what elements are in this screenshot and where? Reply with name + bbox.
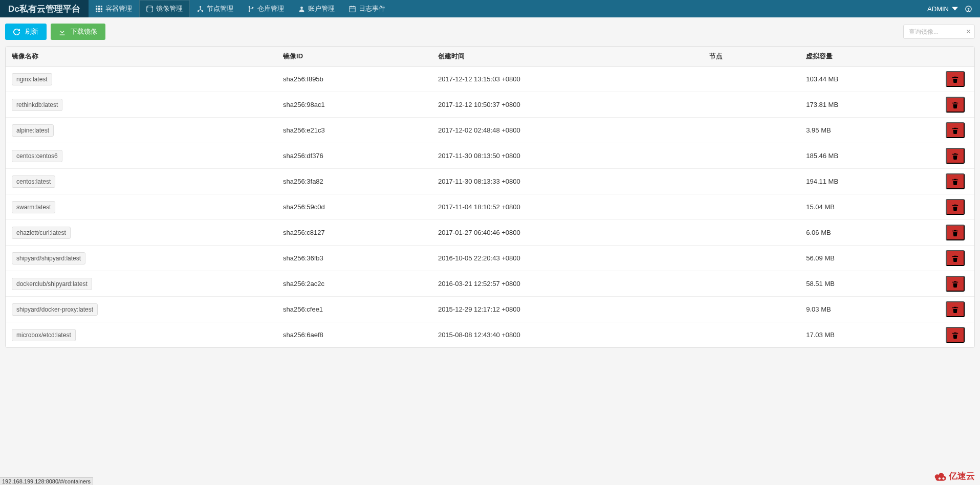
nav-item-branch[interactable]: 仓库管理 [241,0,291,17]
nav-list: 容器管理镜像管理节点管理仓库管理账户管理日志事件 [89,0,919,17]
nav-item-user[interactable]: 账户管理 [291,0,342,17]
image-tag[interactable]: centos:latest [12,175,55,188]
image-node [703,118,800,143]
image-tag[interactable]: microbox/etcd:latest [12,329,76,341]
col-header-size[interactable]: 虚拟容量 [800,47,935,67]
table-row: centos:centos6sha256:df3762017-11-30 08:… [6,143,974,169]
svg-rect-1 [98,6,100,7]
delete-button[interactable] [946,250,965,266]
trash-icon [952,126,959,134]
svg-rect-7 [98,10,100,12]
image-tag[interactable]: centos:centos6 [12,150,62,162]
image-created: 2017-11-30 08:13:50 +0800 [432,143,703,169]
trash-icon [952,152,959,160]
main-content: 刷新 下载镜像 × 镜像名称 镜像ID 创建时间 节点 虚拟容量 [0,17,980,354]
nav-label: 容器管理 [105,4,132,13]
table-row: shipyard/docker-proxy:latestsha256:cfee1… [6,297,974,322]
image-created: 2015-12-29 12:17:12 +0800 [432,297,703,322]
image-tag[interactable]: swarm:latest [12,201,55,213]
delete-button[interactable] [946,199,965,215]
search-wrap: × [903,25,975,39]
delete-button[interactable] [946,327,965,343]
col-header-name[interactable]: 镜像名称 [6,47,277,67]
image-created: 2017-12-12 10:50:37 +0800 [432,92,703,118]
help-icon[interactable]: ? [965,6,972,12]
svg-point-16 [300,6,303,9]
delete-button[interactable] [946,173,965,189]
image-node [703,143,800,169]
delete-button[interactable] [946,276,965,292]
search-clear-icon[interactable]: × [966,27,971,36]
delete-button[interactable] [946,301,965,317]
image-tag[interactable]: dockerclub/shipyard:latest [12,278,92,290]
trash-icon [952,280,959,288]
image-tag[interactable]: shipyard/shipyard:latest [12,252,85,264]
download-icon [59,29,66,35]
images-table-wrap: 镜像名称 镜像ID 创建时间 节点 虚拟容量 nginx:latestsha25… [5,46,975,348]
image-created: 2016-03-21 12:52:57 +0800 [432,271,703,297]
trash-icon [952,203,959,211]
table-row: centos:latestsha256:3fa822017-11-30 08:1… [6,169,974,194]
image-node [703,92,800,118]
table-row: dockerclub/shipyard:latestsha256:2ac2c20… [6,271,974,297]
image-tag[interactable]: shipyard/docker-proxy:latest [12,303,98,316]
image-node [703,297,800,322]
image-tag[interactable]: nginx:latest [12,73,52,85]
image-created: 2015-08-08 12:43:40 +0800 [432,322,703,348]
svg-point-14 [248,10,250,11]
svg-rect-4 [98,8,100,9]
image-size: 9.03 MB [800,297,935,322]
svg-rect-8 [100,10,102,12]
trash-icon [952,178,959,185]
image-size: 56.09 MB [800,246,935,271]
download-button[interactable]: 下载镜像 [51,24,105,40]
table-row: microbox/etcd:latestsha256:6aef82015-08-… [6,322,974,348]
delete-button[interactable] [946,225,965,240]
nav-label: 镜像管理 [156,4,183,13]
branch-icon [248,6,254,12]
nav-item-disk[interactable]: 镜像管理 [139,0,190,17]
refresh-label: 刷新 [25,27,38,36]
nav-item-calendar[interactable]: 日志事件 [342,0,393,17]
image-tag[interactable]: rethinkdb:latest [12,99,62,111]
image-id: sha256:98ac1 [277,92,432,118]
col-header-created[interactable]: 创建时间 [432,47,703,67]
caret-down-icon [952,6,958,12]
table-row: swarm:latestsha256:59c0d2017-11-04 18:10… [6,194,974,220]
image-size: 6.06 MB [800,220,935,246]
image-id: sha256:df376 [277,143,432,169]
table-row: ehazlett/curl:latestsha256:c81272017-01-… [6,220,974,246]
search-input[interactable] [903,25,975,39]
toolbar-left: 刷新 下载镜像 [5,24,105,40]
image-id: sha256:2ac2c [277,271,432,297]
image-id: sha256:f895b [277,67,432,92]
svg-text:?: ? [967,7,970,11]
col-header-action [935,47,974,67]
delete-button[interactable] [946,148,965,164]
col-header-id[interactable]: 镜像ID [277,47,432,67]
nav-item-network[interactable]: 节点管理 [190,0,241,17]
download-label: 下载镜像 [71,27,97,36]
trash-icon [952,75,959,83]
image-tag[interactable]: ehazlett/curl:latest [12,227,71,239]
nav-item-grid[interactable]: 容器管理 [89,0,139,17]
image-node [703,194,800,220]
trash-icon [952,305,959,313]
svg-rect-0 [96,6,97,7]
svg-rect-6 [96,10,97,12]
trash-icon [952,331,959,339]
image-size: 185.46 MB [800,143,935,169]
delete-button[interactable] [946,97,965,113]
delete-button[interactable] [946,122,965,138]
col-header-node[interactable]: 节点 [703,47,800,67]
table-row: nginx:latestsha256:f895b2017-12-12 13:15… [6,67,974,92]
refresh-button[interactable]: 刷新 [5,24,47,40]
svg-rect-17 [350,6,355,12]
delete-button[interactable] [946,71,965,87]
image-id: sha256:36fb3 [277,246,432,271]
image-tag[interactable]: alpine:latest [12,124,54,137]
trash-icon [952,101,959,108]
image-node [703,220,800,246]
admin-dropdown[interactable]: ADMIN [927,5,958,13]
image-size: 3.95 MB [800,118,935,143]
